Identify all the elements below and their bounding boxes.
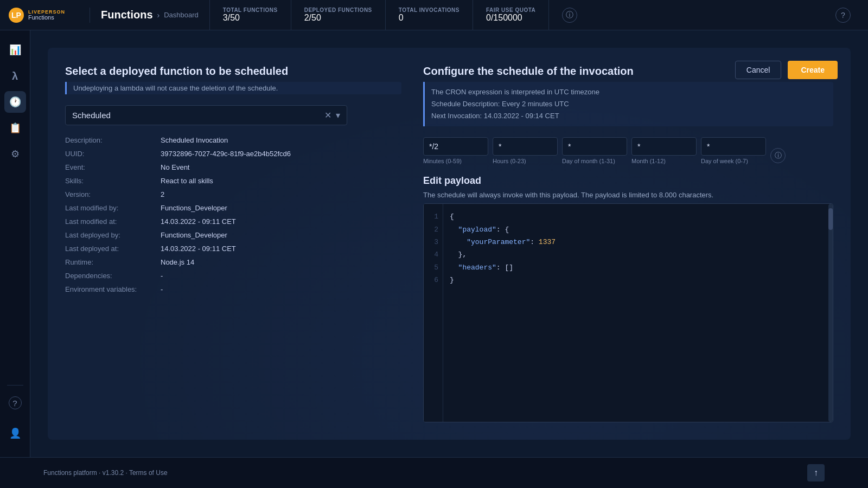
footer: Functions platform · v1.30.2 · Terms of … [0,457,868,488]
footer-version: v1.30.2 [103,469,124,477]
sidebar-item-schedule[interactable]: 🕐 [4,91,26,113]
cron-field-hours: Hours (0-23) [493,137,558,164]
sidebar-divider [7,385,23,386]
line-num-5: 5 [430,261,438,274]
functions-nav-section: Functions › Dashboard [90,0,210,30]
cron-input-hours[interactable] [493,137,558,156]
code-scrollbar-right[interactable] [828,204,833,422]
cron-field-day-of-month: Day of month (1-31) [562,137,627,164]
detail-value-uuid: 39732896-7027-429c-81f9-ae2b4b52fcd6 [161,150,401,158]
dropdown-chevron-icon[interactable]: ▾ [336,110,340,120]
detail-value-last-modified-at: 14.03.2022 - 09:11 CET [161,217,401,226]
functions-main-title: Functions [101,9,153,21]
sidebar-item-analytics[interactable]: 📊 [4,39,26,61]
help-bottom-icon: ? [9,396,22,409]
cron-label-month: Month (1-12) [631,158,697,164]
cron-label-minutes: Minutes (0-59) [423,158,488,164]
cron-input-minutes[interactable] [423,137,488,156]
modal-actions: Cancel Create [735,61,838,79]
cron-info-icon[interactable]: ⓘ [770,148,786,163]
two-column-layout: Select a deployed function to be schedul… [65,65,833,422]
cron-info-line3: Next Invocation: 14.03.2022 - 09:14 CET [431,110,827,122]
detail-value-last-deployed-at: 14.03.2022 - 09:11 CET [161,245,401,253]
line-num-3: 3 [430,236,438,248]
detail-value-last-modified-by: Functions_Developer [161,204,401,212]
cron-info-line2: Schedule Description: Every 2 minutes UT… [431,98,827,110]
left-heading: Select a deployed function to be schedul… [65,65,401,94]
stat-fair-use-quota-value: 0/150000 [486,13,535,23]
functions-sub-title: Dashboard [164,11,199,19]
payload-section: Edit payload The schedule will always in… [423,175,833,422]
code-scrollbar-thumb[interactable] [828,208,833,230]
stat-fair-use-quota-label: FAIR USE QUOTA [486,7,535,13]
dropdown-controls: ✕ ▾ [324,110,340,120]
code-content[interactable]: { "payload": { "yourParameter": 1337 }, … [443,204,833,422]
cron-input-day-of-month[interactable] [562,137,627,156]
sidebar-bottom: ? 👤 [4,383,26,448]
detail-value-env-vars: - [161,285,401,293]
top-header: LP LIVEPERSON Functions Functions › Dash… [0,0,868,30]
stat-total-functions-value: 3/50 [223,13,278,23]
detail-label-last-deployed-by: Last deployed by: [65,231,152,239]
stat-total-invocations-value: 0 [399,13,459,23]
footer-platform-text: Functions platform · [43,469,103,477]
breadcrumb-chevron: › [157,11,160,20]
detail-label-last-modified-by: Last modified by: [65,204,152,212]
sidebar-item-help[interactable]: ? [4,392,26,414]
detail-value-dependencies: - [161,272,401,280]
detail-value-last-deployed-by: Functions_Developer [161,231,401,239]
left-column: Select a deployed function to be schedul… [65,65,401,422]
functions-breadcrumb: Functions › Dashboard [101,9,199,21]
header-help-icon[interactable]: ? [835,8,851,23]
detail-value-description: Scheduled Invocation [161,136,401,144]
cron-fields-row: Minutes (0-59) Hours (0-23) Day of month… [423,137,833,164]
cron-input-day-of-week[interactable] [701,137,766,156]
sidebar-item-user[interactable]: 👤 [4,422,26,444]
brand-functions: Functions [28,15,65,21]
sidebar-item-settings[interactable]: ⚙ [4,143,26,165]
brand-logo-area: LP LIVEPERSON Functions [9,8,90,23]
detail-label-version: Version: [65,190,152,198]
detail-label-event: Event: [65,163,152,171]
cron-input-month[interactable] [631,137,697,156]
right-column: Configure the schedule of the invocation… [423,65,833,422]
detail-label-dependencies: Dependencies: [65,272,152,280]
line-num-2: 2 [430,223,438,236]
stat-total-functions-label: TOTAL FUNCTIONS [223,7,278,13]
footer-terms-link[interactable]: Terms of Use [129,469,168,477]
detail-label-runtime: Runtime: [65,258,152,266]
create-button[interactable]: Create [788,61,838,79]
cron-label-day-of-week: Day of week (0-7) [701,158,766,164]
stat-info-icon-wrapper[interactable]: ⓘ [549,0,599,30]
detail-label-last-deployed-at: Last deployed at: [65,245,152,253]
stat-info-icon[interactable]: ⓘ [562,8,577,23]
cron-field-minutes: Minutes (0-59) [423,137,488,164]
stat-deployed-functions-value: 2/50 [304,13,372,23]
back-to-top-button[interactable]: ↑ [807,464,825,481]
code-editor[interactable]: 1 2 3 4 5 6 { "payload": { "yourParamete… [423,203,833,422]
cron-info-line1: The CRON expression is interpreted in UT… [431,86,827,98]
sidebar-item-logs[interactable]: 📋 [4,117,26,139]
cron-label-day-of-month: Day of month (1-31) [562,158,627,164]
settings-icon: ⚙ [11,148,20,160]
dropdown-clear-icon[interactable]: ✕ [324,110,331,120]
lp-logo-icon: LP [9,8,24,23]
stat-total-invocations: TOTAL INVOCATIONS 0 [386,0,473,30]
logs-icon: 📋 [9,122,21,134]
undeploy-info-box: Undeploying a lambda will not cause the … [65,82,401,94]
stat-deployed-functions: DEPLOYED FUNCTIONS 2/50 [291,0,386,30]
cancel-button[interactable]: Cancel [735,61,782,79]
user-icon: 👤 [9,427,21,439]
cron-field-month: Month (1-12) [631,137,697,164]
content-area: Cancel Create Select a deployed function… [30,30,868,457]
sidebar-item-functions[interactable]: λ [4,65,26,87]
payload-heading: Edit payload [423,175,833,187]
stat-total-functions: TOTAL FUNCTIONS 3/50 [210,0,291,30]
function-details-table: Description: Scheduled Invocation UUID: … [65,136,401,293]
line-num-6: 6 [430,274,438,286]
function-dropdown[interactable]: Scheduled ✕ ▾ [65,105,347,125]
functions-icon: λ [12,70,18,82]
detail-label-skills: Skills: [65,177,152,185]
brand-text: LIVEPERSON Functions [28,10,65,21]
detail-label-last-modified-at: Last modified at: [65,217,152,226]
